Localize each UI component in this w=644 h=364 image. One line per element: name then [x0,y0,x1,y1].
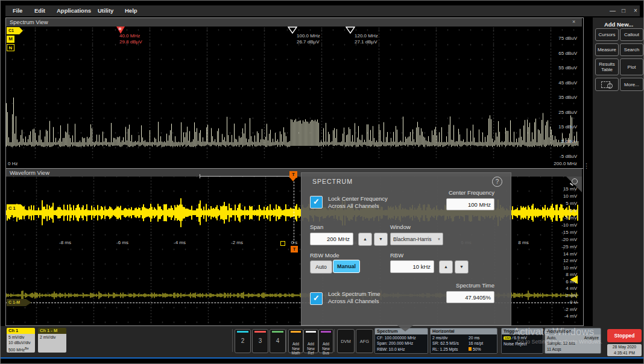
zoom-mode-button[interactable] [595,78,619,91]
channel4-color-stripe [272,331,283,333]
spectrum-y-label: 15 dBuV [541,124,577,130]
badge-separator [232,329,233,352]
upper-scale-label: -10 mV [547,222,577,228]
minimize-icon[interactable]: — [610,7,616,14]
peak-marker-b-frequency: 120.0 MHz [355,33,378,39]
maximize-icon[interactable]: □ [622,7,625,14]
span-input[interactable]: 200 MHz [310,233,353,245]
run-stop-button[interactable]: Stopped [607,329,642,342]
spectrum-max-trace-badge[interactable]: M [7,36,14,43]
menu-file[interactable]: File [13,7,22,14]
channel4-button[interactable]: 4 [270,329,286,353]
help-icon[interactable]: ? [492,177,502,187]
dvm-button[interactable]: DVM [337,329,355,353]
add-new-bus-button[interactable]: Add New Bus [318,329,333,353]
trigger-badge-title: Trigger [502,328,543,334]
spectrum-view-title: Spectrum View [10,19,48,25]
horizontal-window: 20 ms [469,335,480,340]
spectrum-view-titlebar[interactable]: Spectrum View [6,18,582,27]
center-frequency-input[interactable]: 100 MHz [446,198,494,210]
results-table-button[interactable]: Results Table [595,58,619,75]
trigger-position-marker[interactable]: T [289,171,297,178]
horizontal-badge[interactable]: Horizontal 2 ms/div20 ms SR: 62.5 MS/s16… [430,328,497,354]
tekscope-application: File Edit Applications Utility Help — □ … [0,0,644,364]
spectrum-view-close-icon[interactable]: × [572,19,575,25]
more-button[interactable]: More... [620,78,643,91]
lock-center-frequency-checkbox[interactable]: ✓ [310,196,323,209]
time-label: -6 ms [110,240,134,245]
channel3-button[interactable]: 3 [252,329,268,353]
trigger-marker-lower[interactable]: T [291,246,298,253]
channel2-color-stripe [237,331,248,333]
spectrum-time-input[interactable]: 47.9405% [446,291,494,303]
lock-st-label-line2: Across All Channels [328,298,379,304]
rbw-increase-button[interactable]: ▲ [439,260,453,274]
menu-edit[interactable]: Edit [34,7,45,14]
peak-marker-b-triangle[interactable] [346,27,355,34]
add-new-ref-button[interactable]: Add New Ref [303,329,318,353]
window-label: Window [390,224,411,230]
spectrum-normal-trace-badge[interactable]: N [7,44,14,51]
spectrum-badge[interactable]: Spectrum CF: 100.000000 MHz Span: 200.00… [374,328,428,354]
lower-scale-label: 2 mV [547,293,577,298]
channel1-badge[interactable]: Ch 1 5 mV/div 10 dBuV/div 500 MHzBw [7,328,35,353]
peak-marker-a-frequency: 100.0 MHz [297,33,320,39]
spectrum-y-label: 75 dBuV [541,36,577,41]
measure-button[interactable]: Measure [595,43,619,56]
callout-button[interactable]: Callout [620,28,643,41]
spectrum-dialog: SPECTRUM ? ✓ Lock Center Frequency Acros… [301,172,511,325]
spectrum-time-bar-left-tick[interactable] [200,174,200,178]
rising-edge-icon: ∕ [512,336,513,340]
trigger-level: 6.9 mV [514,336,527,340]
lower-scale-label: 8 mV [547,272,577,277]
lock-spectrum-time-checkbox[interactable]: ✓ [310,292,323,305]
position-marker-icon [469,347,472,351]
channel1-math-badge[interactable]: Ch 1 - M 2 mV/div [38,328,66,353]
lower-scale-label: 14 mV [547,251,577,257]
add-new-math-button[interactable]: Add New Math [288,329,303,353]
menu-utility[interactable]: Utility [98,7,113,14]
peak-marker-a-triangle[interactable] [288,27,297,34]
spectrum-trace [6,27,578,158]
channel2-button[interactable]: 2 [235,329,251,353]
dialog-pointer-notch [397,325,414,331]
peak-marker-a-amplitude: 26.7 dBµV [297,39,320,45]
lock-cf-label-line2: Across All Channels [328,202,379,209]
span-increase-button[interactable]: ▲ [358,233,372,246]
rbw-label: RBW [390,252,403,259]
spectrum-y-label: 35 dBuV [541,95,577,100]
window-dropdown[interactable]: Blackman-Harris ▼ [390,233,443,245]
upper-scale-label: -15 mV [547,230,577,235]
reference-marker-id: R [119,27,121,31]
time-label: -8 ms [53,240,77,245]
trigger-mode: Noise Reject [504,341,541,347]
channel3-color-stripe [254,331,266,333]
datetime-display: 28 May 2020 4:35:41 PM [607,344,642,356]
window-dropdown-value: Blackman-Harris [393,236,432,242]
badge-separator [334,329,335,352]
span-label: Span [310,224,323,230]
rbw-input[interactable]: 10 kHz [390,260,434,273]
rbw-mode-manual-button[interactable]: Manual [333,260,360,273]
horizontal-sample-rate: SR: 62.5 MS/s [432,340,469,346]
trigger-badge[interactable]: Trigger 1M ∕ 6.9 mV Noise Reject [501,328,543,354]
chevron-down-icon: ▼ [437,233,441,245]
upper-scale-label: -25 mV [547,244,577,249]
spectrum-rbw: RBW: 10.0 kHz [377,347,426,352]
plot-button[interactable]: Plot [620,58,643,75]
panel-splitter-handle[interactable]: ⋮ [583,162,590,170]
magnifier-icon [607,83,613,89]
cursors-button[interactable]: Cursors [595,28,619,41]
rbw-mode-auto-button[interactable]: Auto [310,260,332,274]
channel1-badge-title: Ch 1 [7,328,35,334]
menu-applications[interactable]: Applications [57,7,91,14]
acquisition-badge[interactable]: Acquisition Auto,Analyze Sample: 12 bits… [545,328,601,354]
spectrum-cf: CF: 100.000000 MHz [377,335,426,340]
menu-help[interactable]: Help [125,7,137,14]
span-decrease-button[interactable]: ▼ [374,233,388,246]
rbw-decrease-button[interactable]: ▼ [455,260,469,274]
close-window-icon[interactable]: × [634,7,637,14]
search-button[interactable]: Search [620,43,643,56]
spectrum-time-bar[interactable] [200,176,290,177]
afg-button[interactable]: AFG [356,329,373,353]
